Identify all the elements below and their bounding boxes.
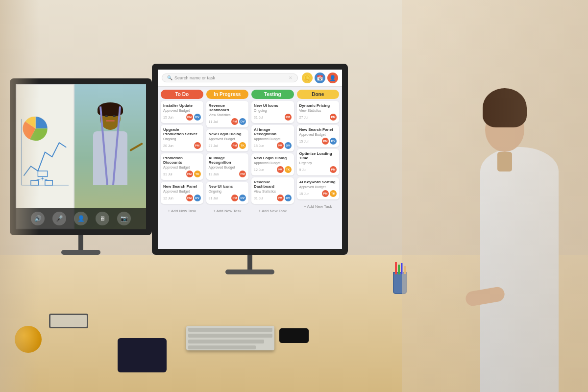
- card-ai-image-test[interactable]: AI Image Recognition Approved Budget 15 …: [251, 125, 294, 151]
- card-subtitle: Ongoing: [209, 190, 246, 193]
- card-title: Upgrade Production Server: [163, 127, 201, 136]
- card-promotion[interactable]: Promotion Discounts Approved Budget 31 J…: [161, 153, 203, 180]
- avatar: PM: [277, 166, 284, 173]
- card-revenue-dash[interactable]: Revenue Dashboard View Statistics 11 Jul…: [206, 101, 249, 127]
- card-ai-keyword[interactable]: AI Keyword Sorting Approved Budget 15 Ju…: [297, 177, 340, 199]
- monitor-2-stand-pole: [247, 255, 252, 270]
- calendar-icon[interactable]: 📅: [315, 73, 325, 83]
- card-date: 31 Jul: [163, 172, 172, 176]
- add-task-testing[interactable]: + Add New Task: [251, 207, 294, 215]
- monitor-2-stand-base: [225, 270, 274, 274]
- column-testing-header: Testing: [251, 90, 294, 99]
- card-subtitle: Ongoing: [163, 137, 201, 141]
- card-subtitle: Approved Budget: [163, 190, 201, 193]
- kanban-columns: To Do Installer Update Approved Budget 1…: [158, 87, 342, 249]
- card-search-panel-done[interactable]: New Search Panel Approved Budget 15 Jun …: [297, 125, 340, 147]
- microphone-button[interactable]: 🎤: [52, 212, 66, 225]
- card-subtitle: Ongoing: [254, 109, 292, 112]
- card-title: New UI Icons: [209, 184, 246, 189]
- card-avatars: PM: [194, 142, 201, 149]
- card-title: Revenue Dashboard: [209, 103, 246, 112]
- svg-rect-3: [38, 171, 47, 177]
- card-avatars: PM TK: [322, 190, 337, 197]
- card-avatars: PM DV: [277, 142, 292, 149]
- avatar: PM: [322, 138, 329, 145]
- card-footer: 31 Jul PM: [254, 114, 292, 121]
- avatar: PM: [330, 114, 337, 121]
- card-date: 15 Jun: [163, 116, 173, 119]
- card-optimize-loading[interactable]: Optimize Loading Time Urgency 9 Jul PM: [297, 149, 340, 175]
- card-ai-image-ip[interactable]: AI Image Recognition Approved Budget 12 …: [206, 153, 249, 180]
- coin-icon[interactable]: 🪙: [302, 73, 313, 83]
- card-ui-icons-ip[interactable]: New UI Icons Ongoing 31 Jul PM DV: [206, 182, 249, 204]
- card-avatars: PM DV: [186, 114, 201, 121]
- card-dynamic-pricing[interactable]: Dynamic Pricing View Statistics 27 Jul P…: [297, 101, 340, 123]
- card-login-dialog-ip[interactable]: New Login Dialog Approved Budget 27 Jul …: [206, 129, 249, 151]
- smartphone: [279, 328, 309, 343]
- card-date: 31 Jul: [254, 196, 263, 200]
- avatar: DV: [194, 114, 201, 121]
- card-footer: 31 Jul PM TK: [163, 171, 201, 177]
- avatar: DV: [239, 195, 246, 201]
- card-footer: 15 Jun PM TK: [299, 190, 337, 197]
- card-ui-icons-test[interactable]: New UI Icons Ongoing 31 Jul PM: [251, 101, 294, 123]
- card-date: 15 Jun: [254, 144, 264, 147]
- avatar: DV: [194, 195, 201, 201]
- card-subtitle: Approved Budget: [299, 185, 337, 189]
- avatar: PM: [194, 142, 201, 149]
- card-avatars: PM DV: [322, 138, 337, 145]
- card-avatars: PM TK: [277, 166, 292, 173]
- card-title: New Login Dialog: [254, 156, 292, 160]
- card-installer-update[interactable]: Installer Update Approved Budget 15 Jun …: [161, 101, 203, 123]
- avatar: PM: [330, 166, 337, 173]
- add-task-inprogress[interactable]: + Add New Task: [206, 207, 249, 215]
- search-box[interactable]: 🔍 Search name or task ✕: [162, 74, 298, 82]
- monitor-2: 🔍 Search name or task ✕ 🪙 📅 👤 To Do Inst…: [152, 64, 348, 274]
- card-subtitle: Approved Budget: [163, 166, 201, 169]
- column-todo: To Do Installer Update Approved Budget 1…: [161, 90, 203, 246]
- screen-share-button[interactable]: 🖥: [96, 212, 109, 225]
- card-title: Dynamic Pricing: [299, 103, 337, 108]
- card-revenue-test[interactable]: Revenue Dashboard View Statistics 31 Jul…: [251, 177, 294, 204]
- card-footer: 20 Jun PM: [163, 142, 201, 149]
- card-date: 31 Jul: [209, 196, 218, 200]
- add-task-todo[interactable]: + Add New Task: [161, 207, 203, 215]
- avatar: PM: [231, 142, 238, 149]
- card-subtitle: Approved Budget: [209, 137, 246, 141]
- search-placeholder: Search name or task: [174, 75, 215, 80]
- search-clear-icon[interactable]: ✕: [289, 75, 293, 80]
- card-subtitle: View Statistics: [254, 190, 292, 193]
- avatar: PM: [277, 195, 284, 201]
- card-avatars: PM TK: [186, 171, 201, 177]
- left-blur: [0, 0, 39, 392]
- card-avatars: PM TK: [231, 142, 246, 149]
- card-avatars: PM DV: [186, 195, 201, 201]
- card-subtitle: Approved Budget: [163, 109, 201, 112]
- card-footer: 27 Jul PM TK: [209, 142, 246, 149]
- card-login-dialog-test[interactable]: New Login Dialog Approved Budget 12 Jun …: [251, 153, 294, 175]
- avatar: TK: [330, 190, 337, 197]
- column-testing: Testing New UI Icons Ongoing 31 Jul PM A…: [251, 90, 294, 246]
- card-subtitle: Approved Budget: [209, 166, 246, 169]
- card-subtitle: View Statistics: [299, 109, 337, 112]
- card-date: 15 Jun: [299, 192, 310, 196]
- card-title: Installer Update: [163, 103, 201, 108]
- avatar: PM: [186, 171, 193, 177]
- card-date: 12 Jun: [209, 172, 219, 176]
- person-button[interactable]: 👤: [74, 212, 88, 225]
- card-title: AI Image Recognition: [209, 156, 246, 165]
- card-title: Revenue Dashboard: [254, 180, 292, 189]
- card-upgrade-server[interactable]: Upgrade Production Server Ongoing 20 Jun…: [161, 125, 203, 151]
- card-footer: 15 Jun PM DV: [254, 142, 292, 149]
- avatar: TK: [285, 166, 292, 173]
- column-done: Done Dynamic Pricing View Statistics 27 …: [297, 90, 340, 246]
- add-task-done[interactable]: + Add New Task: [297, 202, 340, 211]
- kanban-header: 🔍 Search name or task ✕ 🪙 📅 👤: [158, 70, 342, 87]
- card-title: New Login Dialog: [209, 132, 246, 136]
- card-footer: 12 Jun PM TK: [254, 166, 292, 173]
- avatar: PM: [231, 118, 238, 125]
- user-icon[interactable]: 👤: [327, 73, 338, 83]
- card-search-panel-todo[interactable]: New Search Panel Approved Budget 12 Jun …: [161, 182, 203, 204]
- kanban-screen: 🔍 Search name or task ✕ 🪙 📅 👤 To Do Inst…: [158, 70, 342, 249]
- camera-button[interactable]: 📷: [117, 212, 131, 225]
